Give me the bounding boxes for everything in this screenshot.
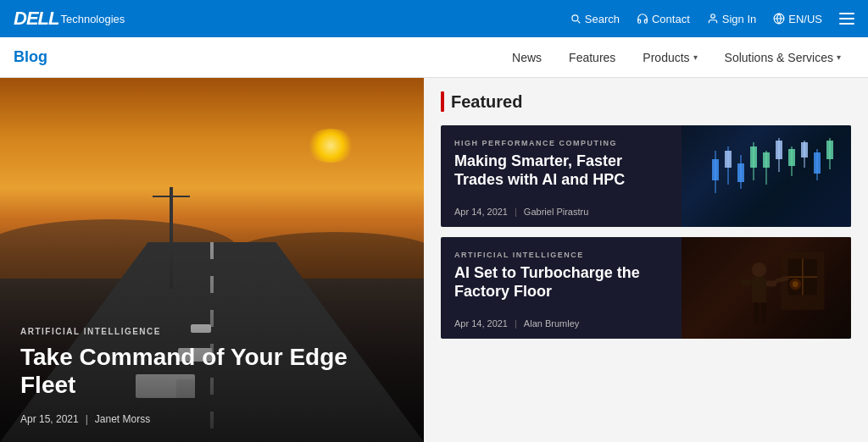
locale-label: EN/US — [788, 13, 822, 25]
technologies-wordmark: Technologies — [60, 13, 125, 25]
hero-author: Janet Morss — [95, 413, 150, 425]
hamburger-line-2 — [839, 18, 854, 19]
featured-card-1[interactable]: HIGH PERFORMANCE COMPUTING Making Smarte… — [441, 125, 851, 227]
featured-card-2-content: ARTIFICIAL INTELLIGENCE AI Set to Turboc… — [441, 237, 682, 339]
locale-button[interactable]: EN/US — [773, 13, 822, 25]
candlestick-chart — [707, 134, 843, 210]
svg-point-0 — [710, 14, 715, 19]
solutions-chevron-icon: ▾ — [837, 52, 841, 62]
svg-point-26 — [752, 262, 766, 277]
featured-card-2-title: AI Set to Turbocharge the Factory Floor — [454, 264, 668, 301]
featured-card-1-category: HIGH PERFORMANCE COMPUTING — [454, 139, 668, 147]
factory-scene-svg — [682, 237, 851, 339]
secondary-nav-links: News Features Products ▾ Solutions & Ser… — [498, 37, 854, 78]
featured-card-1-image — [682, 125, 851, 227]
svg-rect-3 — [712, 159, 719, 180]
hamburger-line-3 — [839, 23, 854, 25]
hero-date: Apr 15, 2021 — [20, 413, 79, 425]
featured-card-2-meta: Apr 14, 2021 | Alan Brumley — [454, 318, 668, 329]
sign-in-button[interactable]: Sign In — [707, 13, 756, 25]
svg-rect-31 — [761, 302, 766, 324]
globe-icon — [773, 13, 785, 25]
user-icon — [707, 13, 719, 25]
featured-header: Featured — [441, 91, 851, 112]
top-navigation: DELL Technologies Search Contact Sign In — [0, 0, 868, 37]
hero-article[interactable]: ARTIFICIAL INTELLIGENCE Take Command of … — [0, 78, 424, 442]
hero-title: Take Command of Your Edge Fleet — [20, 343, 403, 400]
search-icon — [570, 13, 581, 25]
hero-meta: Apr 15, 2021 | Janet Morss — [20, 413, 403, 425]
featured-card-1-divider: | — [515, 207, 517, 217]
svg-rect-5 — [725, 151, 732, 168]
chart-svg — [707, 134, 843, 210]
nav-features-label: Features — [569, 51, 615, 64]
nav-link-solutions[interactable]: Solutions & Services ▾ — [711, 37, 854, 78]
featured-title: Featured — [451, 92, 522, 112]
svg-rect-30 — [754, 302, 759, 324]
nav-link-products[interactable]: Products ▾ — [629, 37, 710, 78]
featured-card-1-date: Apr 14, 2021 — [454, 207, 508, 217]
hero-meta-divider: | — [86, 413, 88, 425]
menu-button[interactable] — [839, 13, 854, 25]
factory-floor-bg — [682, 237, 851, 339]
svg-rect-29 — [766, 280, 776, 286]
featured-card-2-date: Apr 14, 2021 — [454, 318, 508, 329]
featured-card-2[interactable]: ARTIFICIAL INTELLIGENCE AI Set to Turboc… — [441, 237, 851, 339]
svg-rect-9 — [750, 146, 757, 168]
hamburger-line-1 — [839, 13, 854, 14]
top-nav-actions: Search Contact Sign In EN/US — [570, 13, 854, 25]
search-label: Search — [585, 13, 620, 25]
nav-news-label: News — [512, 51, 542, 64]
headset-icon — [637, 13, 648, 25]
contact-label: Contact — [652, 13, 690, 25]
featured-card-2-divider: | — [515, 318, 517, 329]
blog-title[interactable]: Blog — [14, 48, 47, 66]
svg-rect-19 — [814, 152, 821, 174]
featured-card-1-content: HIGH PERFORMANCE COMPUTING Making Smarte… — [441, 125, 682, 227]
nav-solutions-label: Solutions & Services — [725, 51, 833, 64]
svg-rect-7 — [737, 163, 744, 182]
featured-accent-bar — [441, 91, 444, 112]
nav-products-label: Products — [643, 51, 689, 64]
dell-wordmark: DELL — [14, 8, 58, 30]
featured-card-1-title: Making Smarter, Faster Trades with AI an… — [454, 152, 668, 189]
svg-rect-11 — [763, 152, 770, 168]
featured-card-2-image — [682, 237, 851, 339]
svg-point-34 — [793, 281, 798, 287]
featured-card-1-meta: Apr 14, 2021 | Gabriel Pirastru — [454, 207, 668, 217]
svg-rect-21 — [826, 141, 833, 159]
nav-link-features[interactable]: Features — [555, 37, 629, 78]
contact-button[interactable]: Contact — [637, 13, 690, 25]
hero-content: ARTIFICIAL INTELLIGENCE Take Command of … — [0, 310, 424, 442]
brand-logo[interactable]: DELL Technologies — [14, 8, 125, 30]
hero-category: ARTIFICIAL INTELLIGENCE — [20, 327, 403, 336]
featured-card-2-category: ARTIFICIAL INTELLIGENCE — [454, 251, 668, 259]
featured-card-2-author: Alan Brumley — [524, 318, 579, 329]
search-button[interactable]: Search — [570, 13, 620, 25]
nav-link-news[interactable]: News — [498, 37, 555, 78]
sign-in-label: Sign In — [722, 13, 756, 25]
svg-rect-15 — [788, 149, 795, 166]
svg-rect-27 — [752, 277, 766, 302]
featured-card-1-author: Gabriel Pirastru — [524, 207, 588, 217]
main-content: ARTIFICIAL INTELLIGENCE Take Command of … — [0, 78, 868, 442]
secondary-navigation: Blog News Features Products ▾ Solutions … — [0, 37, 868, 78]
products-chevron-icon: ▾ — [693, 52, 698, 62]
trading-chart-bg — [682, 125, 851, 227]
svg-rect-28 — [741, 279, 752, 285]
svg-rect-17 — [801, 142, 808, 157]
svg-rect-13 — [776, 141, 782, 159]
hero-sun — [305, 129, 356, 163]
featured-section: Featured HIGH PERFORMANCE COMPUTING Maki… — [424, 78, 868, 442]
